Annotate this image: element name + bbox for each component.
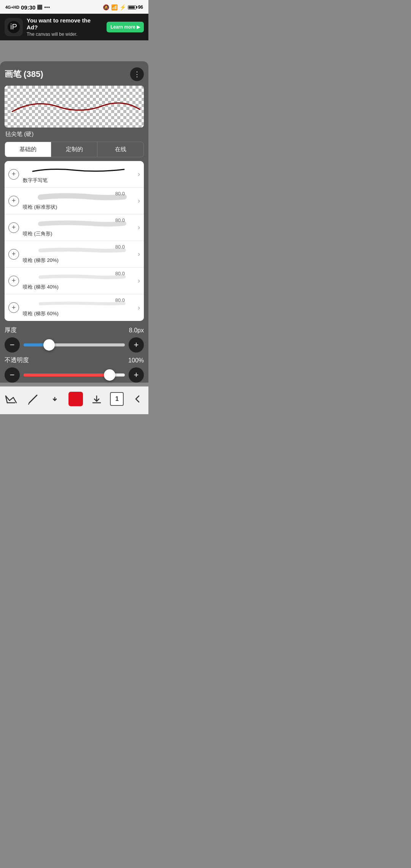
selection-icon <box>4 392 18 406</box>
bell-icon: 🔕 <box>103 4 109 10</box>
add-brush-button[interactable]: + <box>8 249 19 260</box>
dots-icon: ••• <box>44 5 50 10</box>
thickness-label: 厚度 <box>5 326 17 334</box>
brush-name: 喷枪 (三角形) <box>23 230 134 237</box>
brush-stroke-preview <box>23 165 134 176</box>
list-item[interactable]: + 80.0 喷枪 (三角形) › <box>5 214 144 241</box>
opacity-label: 不透明度 <box>5 356 29 364</box>
panel-header: 画笔 (385) ⋮ <box>5 67 144 81</box>
tab-bar: 基础的 定制的 在线 <box>5 142 144 157</box>
selection-tool-button[interactable] <box>3 391 19 407</box>
canvas-area <box>0 40 148 61</box>
brush-info: 80.0 喷枪 (梯形 40%) <box>23 271 134 290</box>
bottom-toolbar: 1 <box>0 386 148 414</box>
opacity-slider[interactable] <box>24 373 125 377</box>
brush-info: 80.0 喷枪 (三角形) <box>23 218 134 237</box>
svg-text:iP: iP <box>10 22 17 31</box>
brush-preview-canvas <box>5 86 144 128</box>
brush-info: 80.0 喷枪 (梯形 60%) <box>23 298 134 317</box>
thickness-value: 8.0px <box>129 327 144 334</box>
status-right: 🔕 📶 ⚡ 96 <box>103 4 143 10</box>
add-brush-button[interactable]: + <box>8 169 19 180</box>
brush-size-value: 80.0 <box>115 271 125 276</box>
learn-more-button[interactable]: Learn more ▶ <box>107 22 144 32</box>
chevron-right-icon: › <box>138 250 140 258</box>
color-swatch[interactable] <box>68 392 83 406</box>
battery-level: 96 <box>138 5 143 10</box>
panel-title: 画笔 (385) <box>5 69 43 80</box>
brush-size-value: 80.0 <box>115 217 125 223</box>
svg-rect-5 <box>5 86 144 128</box>
opacity-control: 不透明度 100% − + <box>5 356 144 383</box>
extra-icon: ⬛ <box>37 5 43 10</box>
list-item[interactable]: + 数字手写笔 › <box>5 161 144 188</box>
brush-name: 喷枪 (梯形 60%) <box>23 310 134 317</box>
battery-icon <box>128 5 136 10</box>
brush-name: 数字手写笔 <box>23 177 134 184</box>
thickness-slider[interactable] <box>24 343 125 346</box>
ad-title: You want to remove the Ad? <box>27 17 103 31</box>
add-brush-button[interactable]: + <box>8 222 19 233</box>
download-button[interactable] <box>88 391 105 407</box>
more-options-button[interactable]: ⋮ <box>130 67 144 81</box>
svg-line-7 <box>10 397 13 400</box>
chevron-right-icon: › <box>138 170 140 178</box>
chevron-right-icon: › <box>138 304 140 312</box>
brush-stroke-preview: 80.0 <box>23 245 134 255</box>
list-item[interactable]: + 80.0 喷枪 (梯形 60%) › <box>5 294 144 321</box>
brush-list: + 数字手写笔 › + 80.0 喷枪 <box>5 161 144 321</box>
opacity-value: 100% <box>128 357 144 364</box>
pen-tool-button[interactable] <box>25 391 41 407</box>
chevron-right-icon: › <box>138 223 140 231</box>
brush-info: 80.0 喷枪 (梯形 20%) <box>23 245 134 264</box>
ad-subtitle: The canvas will be wider. <box>27 32 103 37</box>
svg-line-11 <box>29 395 37 403</box>
status-bar: 4G+HD 09:30 ⬛ ••• 🔕 📶 ⚡ 96 <box>0 0 148 14</box>
list-item[interactable]: + 80.0 喷枪 (梯形 20%) › <box>5 241 144 268</box>
charging-icon: ⚡ <box>119 4 126 10</box>
opacity-increase-button[interactable]: + <box>129 367 144 383</box>
brush-size-value: 80.0 <box>115 191 125 196</box>
tab-online[interactable]: 在线 <box>97 142 143 157</box>
controls-panel: 厚度 8.0px − + 不透明度 100% − + <box>0 321 148 383</box>
add-brush-button[interactable]: + <box>8 302 19 313</box>
brush-info: 80.0 喷枪 (标准形状) <box>23 191 134 211</box>
status-time: 09:30 <box>21 4 35 11</box>
chevron-right-icon: › <box>138 197 140 205</box>
layer-badge[interactable]: 1 <box>110 392 124 406</box>
opacity-thumb[interactable] <box>104 369 115 381</box>
list-item[interactable]: + 80.0 喷枪 (梯形 40%) › <box>5 268 144 294</box>
thickness-decrease-button[interactable]: − <box>5 337 20 353</box>
thickness-increase-button[interactable]: + <box>129 337 144 353</box>
pen-icon <box>26 392 40 406</box>
brush-stroke-preview: 80.0 <box>23 191 134 202</box>
ad-app-icon: iP <box>5 18 23 36</box>
expand-button[interactable] <box>46 391 63 407</box>
chevron-right-icon: › <box>138 277 140 285</box>
brush-panel: 画笔 (385) ⋮ 毡尖笔 (硬) 基础的 定制的 在线 + <box>0 61 148 321</box>
ad-banner[interactable]: iP You want to remove the Ad? The canvas… <box>0 14 148 40</box>
brush-name: 喷枪 (梯形 20%) <box>23 257 134 264</box>
tab-custom[interactable]: 定制的 <box>51 142 98 157</box>
download-icon <box>90 392 104 406</box>
back-button[interactable] <box>129 391 146 407</box>
brush-name: 喷枪 (梯形 40%) <box>23 284 134 290</box>
list-item[interactable]: + 80.0 喷枪 (标准形状) › <box>5 188 144 214</box>
svg-line-8 <box>13 397 16 403</box>
brush-size-value: 80.0 <box>115 297 125 303</box>
brush-info: 数字手写笔 <box>23 165 134 184</box>
opacity-decrease-button[interactable]: − <box>5 367 20 383</box>
thickness-thumb[interactable] <box>43 339 55 351</box>
add-brush-button[interactable]: + <box>8 276 19 286</box>
network-indicator: 4G+HD <box>5 5 19 10</box>
add-brush-button[interactable]: + <box>8 196 19 206</box>
back-icon <box>131 392 144 406</box>
svg-line-12 <box>29 403 29 404</box>
thickness-control: 厚度 8.0px − + <box>5 326 144 353</box>
tab-basic[interactable]: 基础的 <box>5 142 51 157</box>
wifi-icon: 📶 <box>111 4 118 10</box>
brush-label: 毡尖笔 (硬) <box>5 131 144 138</box>
brush-stroke-preview: 80.0 <box>23 218 134 229</box>
brush-stroke-preview: 80.0 <box>23 271 134 282</box>
expand-icon <box>48 392 62 406</box>
